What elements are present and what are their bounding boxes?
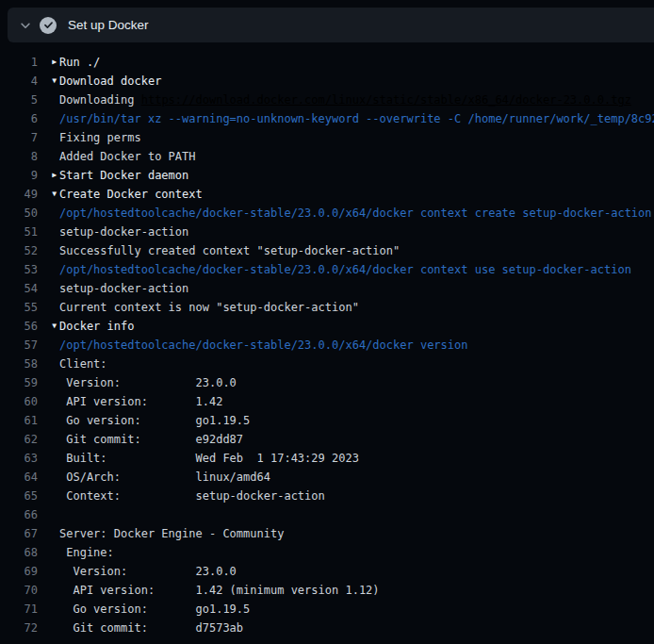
log-text: setup-docker-action <box>59 279 188 298</box>
log-line: 52Successfully created context "setup-do… <box>0 241 654 260</box>
log-text: OS/Arch: linux/amd64 <box>59 468 270 487</box>
line-indent <box>38 619 59 637</box>
line-number[interactable]: 54 <box>0 279 38 298</box>
log-line: 51setup-docker-action <box>0 223 654 241</box>
line-number[interactable]: 59 <box>0 373 38 392</box>
group-expanded-icon[interactable]: ▼ <box>38 72 59 91</box>
log-text: Fixing perms <box>59 128 141 147</box>
line-number[interactable]: 49 <box>0 185 38 204</box>
line-number[interactable]: 68 <box>0 543 38 562</box>
group-title[interactable]: Create Docker context <box>59 185 203 204</box>
log-line: 56▼Docker info <box>0 317 654 336</box>
line-number[interactable]: 56 <box>0 317 38 336</box>
line-number[interactable]: 71 <box>0 600 38 619</box>
group-collapsed-icon[interactable]: ▶ <box>38 53 59 72</box>
log-text: Built: Wed Feb 1 17:43:29 2023 <box>59 449 359 468</box>
line-number[interactable]: 9 <box>0 166 38 185</box>
line-number[interactable]: 1 <box>0 53 38 72</box>
log-command-text: /usr/bin/tar xz --warning=no-unknown-key… <box>59 109 654 128</box>
log-lines: 1▶Run ./4▼Download docker5Downloading ht… <box>0 53 654 637</box>
log-line: 71 Go version: go1.19.5 <box>0 600 654 619</box>
log-line: 65 Context: setup-docker-action <box>0 487 654 505</box>
line-number[interactable]: 6 <box>0 109 38 128</box>
line-indent <box>38 109 59 128</box>
log-command-text: /opt/hostedtoolcache/docker-stable/23.0.… <box>59 260 631 279</box>
log-line: 8Added Docker to PATH <box>0 147 654 166</box>
log-line: 60 API version: 1.42 <box>0 392 654 411</box>
log-line: 66 <box>0 505 654 524</box>
line-indent <box>38 505 59 524</box>
line-indent <box>38 600 59 619</box>
line-number[interactable]: 70 <box>0 581 38 600</box>
line-indent <box>38 468 59 487</box>
log-text: Git commit: d7573ab <box>59 619 243 637</box>
line-indent <box>38 128 59 147</box>
line-indent <box>38 279 59 298</box>
line-indent <box>38 449 59 468</box>
line-number[interactable]: 50 <box>0 204 38 223</box>
line-indent <box>38 147 59 166</box>
line-number[interactable]: 57 <box>0 336 38 355</box>
line-number[interactable]: 64 <box>0 468 38 487</box>
log-text: Client: <box>59 355 107 373</box>
log-text: Engine: <box>59 543 114 562</box>
log-line: 50/opt/hostedtoolcache/docker-stable/23.… <box>0 204 654 223</box>
line-indent <box>38 336 59 355</box>
line-indent <box>38 204 59 223</box>
line-number[interactable]: 7 <box>0 128 38 147</box>
group-collapsed-icon[interactable]: ▶ <box>38 166 59 185</box>
line-number[interactable]: 8 <box>0 147 38 166</box>
log-text: API version: 1.42 <box>59 392 222 411</box>
line-number[interactable]: 72 <box>0 619 38 637</box>
line-number[interactable]: 5 <box>0 91 38 109</box>
line-number[interactable]: 60 <box>0 392 38 411</box>
line-indent <box>38 543 59 562</box>
group-title[interactable]: Docker info <box>59 317 134 336</box>
line-indent <box>38 411 59 430</box>
log-text: Go version: go1.19.5 <box>59 411 250 430</box>
line-number[interactable]: 69 <box>0 562 38 581</box>
line-number[interactable]: 66 <box>0 505 38 524</box>
log-link[interactable]: https://download.docker.com/linux/static… <box>141 91 631 109</box>
line-number[interactable]: 58 <box>0 355 38 373</box>
line-indent <box>38 223 59 241</box>
line-number[interactable]: 51 <box>0 223 38 241</box>
line-number[interactable]: 61 <box>0 411 38 430</box>
group-expanded-icon[interactable]: ▼ <box>38 185 59 204</box>
line-indent <box>38 581 59 600</box>
log-text: Version: 23.0.0 <box>59 373 237 392</box>
log-text: Git commit: e92dd87 <box>59 430 243 449</box>
group-title[interactable]: Download docker <box>59 72 161 91</box>
line-number[interactable]: 4 <box>0 72 38 91</box>
log-line: 5Downloading https://download.docker.com… <box>0 91 654 109</box>
line-number[interactable]: 62 <box>0 430 38 449</box>
log-command-text: /opt/hostedtoolcache/docker-stable/23.0.… <box>59 204 652 223</box>
line-number[interactable]: 67 <box>0 524 38 543</box>
line-number[interactable]: 53 <box>0 260 38 279</box>
line-number[interactable]: 65 <box>0 487 38 505</box>
log-line: 67Server: Docker Engine - Community <box>0 524 654 543</box>
log-line: 57/opt/hostedtoolcache/docker-stable/23.… <box>0 336 654 355</box>
log-line: 63 Built: Wed Feb 1 17:43:29 2023 <box>0 449 654 468</box>
log-line: 49▼Create Docker context <box>0 185 654 204</box>
log-line: 58Client: <box>0 355 654 373</box>
log-line: 9▶Start Docker daemon <box>0 166 654 185</box>
log-line: 70 API version: 1.42 (minimum version 1.… <box>0 581 654 600</box>
line-number[interactable]: 55 <box>0 298 38 317</box>
log-line: 62 Git commit: e92dd87 <box>0 430 654 449</box>
log-text: API version: 1.42 (minimum version 1.12) <box>59 581 380 600</box>
line-indent <box>38 91 59 109</box>
log-text: Current context is now "setup-docker-act… <box>59 298 359 317</box>
line-number[interactable]: 63 <box>0 449 38 468</box>
group-expanded-icon[interactable]: ▼ <box>38 317 59 336</box>
step-header[interactable]: Set up Docker <box>8 8 654 42</box>
log-line: 72 Git commit: d7573ab <box>0 619 654 637</box>
group-title[interactable]: Run ./ <box>59 53 100 72</box>
log-line: 1▶Run ./ <box>0 53 654 72</box>
log-text: Context: setup-docker-action <box>59 487 325 505</box>
line-indent <box>38 298 59 317</box>
line-number[interactable]: 52 <box>0 241 38 260</box>
chevron-down-icon[interactable] <box>11 19 40 32</box>
group-title[interactable]: Start Docker daemon <box>59 166 188 185</box>
line-indent <box>38 430 59 449</box>
